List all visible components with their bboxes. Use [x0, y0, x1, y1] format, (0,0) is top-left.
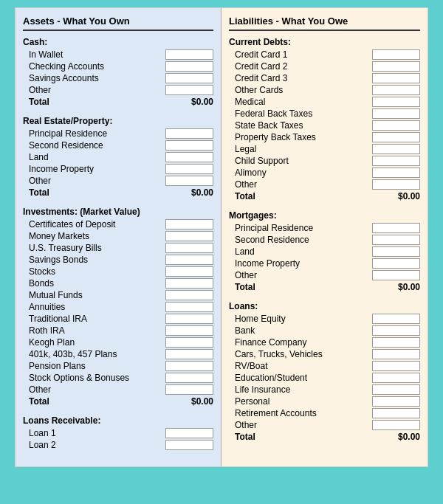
liabilities-title: Liabilities - What You Owe [229, 15, 420, 31]
list-item: Annuities [23, 302, 213, 312]
loan1-asset-input[interactable] [165, 428, 213, 438]
item-label: Land [23, 152, 165, 162]
home-equity-input[interactable] [372, 314, 420, 324]
item-label: Pension Plans [23, 361, 165, 371]
item-label: Legal [229, 144, 372, 154]
finance-company-input[interactable] [372, 337, 420, 348]
state-back-taxes-input[interactable] [372, 120, 420, 131]
investments-section: Investments: (Market Value) Certificates… [23, 207, 213, 407]
annuities-input[interactable] [165, 302, 213, 312]
item-label: Bonds [23, 278, 165, 289]
list-item: Other [229, 420, 420, 430]
401k-input[interactable] [165, 349, 213, 359]
real-estate-total-value: $0.00 [165, 187, 213, 198]
loans-title: Loans: [229, 301, 420, 311]
alimony-input[interactable] [372, 168, 420, 178]
item-label: Mutual Funds [23, 290, 165, 300]
pension-plans-input[interactable] [165, 361, 213, 371]
loan2-asset-input[interactable] [165, 440, 213, 450]
item-label: Property Back Taxes [229, 132, 372, 142]
child-support-input[interactable] [372, 156, 420, 166]
property-back-taxes-input[interactable] [372, 132, 420, 142]
in-wallet-input[interactable] [165, 49, 213, 60]
credit-card-1-input[interactable] [372, 49, 420, 60]
current-debts-other-input[interactable] [372, 179, 420, 190]
bonds-input[interactable] [165, 278, 213, 289]
list-item: Medical [229, 97, 420, 107]
real-estate-total-row: Total $0.00 [23, 187, 213, 198]
investments-other-input[interactable] [165, 384, 213, 395]
list-item: Child Support [229, 156, 420, 166]
income-property-asset-input[interactable] [165, 164, 213, 174]
personal-loan-input[interactable] [372, 396, 420, 407]
money-markets-input[interactable] [165, 231, 213, 241]
principal-residence-mortgage-input[interactable] [372, 223, 420, 233]
item-label: Life Insurance [229, 384, 372, 395]
list-item: U.S. Treasury Bills [23, 243, 213, 253]
income-property-mortgage-input[interactable] [372, 258, 420, 269]
investments-title: Investments: (Market Value) [23, 207, 213, 217]
item-label: Keogh Plan [23, 337, 165, 348]
retirement-accounts-loan-input[interactable] [372, 408, 420, 418]
second-residence-asset-input[interactable] [165, 140, 213, 151]
real-estate-other-input[interactable] [165, 176, 213, 186]
checking-accounts-input[interactable] [165, 61, 213, 72]
mortgages-other-input[interactable] [372, 270, 420, 280]
cash-other-input[interactable] [165, 85, 213, 95]
second-residence-mortgage-input[interactable] [372, 235, 420, 245]
stock-options-input[interactable] [165, 373, 213, 383]
item-label: Land [229, 246, 372, 257]
cash-total-value: $0.00 [165, 97, 213, 107]
stocks-input[interactable] [165, 266, 213, 277]
list-item: Land [229, 246, 420, 257]
list-item: RV/Boat [229, 361, 420, 371]
principal-residence-asset-input[interactable] [165, 128, 213, 139]
investments-total-value: $0.00 [165, 396, 213, 407]
savings-accounts-input[interactable] [165, 73, 213, 83]
credit-card-3-input[interactable] [372, 73, 420, 83]
list-item: Stock Options & Bonuses [23, 373, 213, 383]
life-insurance-input[interactable] [372, 384, 420, 395]
bank-loan-input[interactable] [372, 325, 420, 336]
list-item: Credit Card 2 [229, 61, 420, 72]
mutual-funds-input[interactable] [165, 290, 213, 300]
loans-total-label: Total [229, 432, 372, 442]
item-label: In Wallet [23, 49, 165, 60]
traditional-ira-input[interactable] [165, 314, 213, 324]
land-asset-input[interactable] [165, 152, 213, 162]
list-item: Education/Student [229, 373, 420, 383]
list-item: Alimony [229, 168, 420, 178]
item-label: Other [229, 420, 372, 430]
item-label: Checking Accounts [23, 61, 165, 72]
real-estate-title: Real Estate/Property: [23, 116, 213, 126]
list-item: Cars, Trucks, Vehicles [229, 349, 420, 359]
list-item: Other [229, 270, 420, 280]
roth-ira-input[interactable] [165, 325, 213, 336]
rv-boat-input[interactable] [372, 361, 420, 371]
list-item: Other [23, 176, 213, 186]
vehicles-input[interactable] [372, 349, 420, 359]
item-label: Federal Back Taxes [229, 108, 372, 119]
mortgages-total-row: Total $0.00 [229, 282, 420, 292]
loans-other-input[interactable] [372, 420, 420, 430]
legal-input[interactable] [372, 144, 420, 154]
treasury-bills-input[interactable] [165, 243, 213, 253]
education-input[interactable] [372, 373, 420, 383]
item-label: Roth IRA [23, 325, 165, 336]
keogh-plan-input[interactable] [165, 337, 213, 348]
item-label: Bank [229, 325, 372, 336]
current-debts-section: Current Debts: Credit Card 1 Credit Card… [229, 37, 420, 201]
real-estate-total-label: Total [23, 187, 165, 198]
list-item: Certificates of Deposit [23, 219, 213, 229]
item-label: Stocks [23, 266, 165, 277]
land-mortgage-input[interactable] [372, 246, 420, 257]
savings-bonds-input[interactable] [165, 255, 213, 265]
medical-input[interactable] [372, 97, 420, 107]
cd-input[interactable] [165, 219, 213, 229]
list-item: Pension Plans [23, 361, 213, 371]
federal-back-taxes-input[interactable] [372, 108, 420, 119]
credit-card-2-input[interactable] [372, 61, 420, 72]
list-item: Money Markets [23, 231, 213, 241]
loans-total-value: $0.00 [372, 432, 420, 442]
other-cards-input[interactable] [372, 85, 420, 95]
